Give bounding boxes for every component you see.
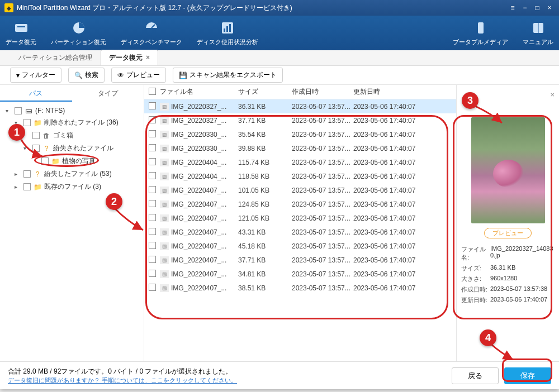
- file-modified: 2023-05-06 17:40:07: [353, 284, 432, 292]
- save-button[interactable]: 保存: [504, 367, 551, 384]
- tree-recycle-bin[interactable]: 🗑ゴミ箱: [6, 129, 141, 142]
- col-size[interactable]: サイズ: [238, 87, 292, 97]
- image-file-icon: ▧: [160, 173, 169, 180]
- manual-icon: [530, 20, 546, 36]
- chevron-down-icon[interactable]: ▾: [23, 145, 30, 151]
- tree-plant-photos[interactable]: 📁植物の写真: [6, 155, 141, 168]
- ribbon-manual[interactable]: マニュアル: [523, 20, 553, 46]
- image-file-icon: ▧: [160, 187, 169, 194]
- file-created: 2023-05-07 13:57...: [292, 145, 353, 152]
- file-name: IMG_20220327_...: [171, 117, 226, 125]
- folder-question-icon: ?: [33, 170, 42, 178]
- col-filename[interactable]: ファイル名: [160, 87, 238, 97]
- maximize-button[interactable]: □: [531, 3, 543, 13]
- row-checkbox[interactable]: [149, 242, 156, 249]
- row-checkbox[interactable]: [149, 102, 156, 109]
- back-button[interactable]: 戻る: [452, 367, 499, 384]
- image-file-icon: ▧: [160, 131, 169, 138]
- chevron-right-icon[interactable]: ▸: [15, 171, 21, 177]
- tree-root[interactable]: ▾🖴(F: NTFS): [6, 105, 141, 116]
- table-row[interactable]: ▧IMG_20220407_...124.85 KB2023-05-07 13:…: [144, 197, 456, 211]
- file-name: IMG_20220404_...: [171, 173, 226, 180]
- preview-button[interactable]: 👁プレビュー: [111, 68, 166, 83]
- file-name: IMG_20220327_...: [171, 103, 226, 111]
- search-button[interactable]: 🔍検索: [68, 68, 105, 83]
- close-icon[interactable]: ×: [146, 54, 150, 61]
- ribbon-partition-recovery[interactable]: パーティション復元: [51, 20, 106, 46]
- checkbox[interactable]: [15, 107, 22, 114]
- row-checkbox[interactable]: [149, 200, 156, 207]
- tab-partition-management[interactable]: パーティション総合管理: [10, 50, 101, 65]
- file-modified: 2023-05-06 17:40:07: [353, 159, 432, 166]
- row-checkbox[interactable]: [149, 214, 156, 221]
- row-checkbox[interactable]: [149, 270, 156, 277]
- file-created: 2023-05-07 13:57...: [292, 284, 353, 292]
- filter-button[interactable]: ▾フィルター: [10, 68, 61, 83]
- table-row[interactable]: ▧IMG_20220404_...115.74 KB2023-05-07 13:…: [144, 155, 456, 169]
- table-row[interactable]: ▧IMG_20220407_...43.31 KB2023-05-07 13:5…: [144, 225, 456, 239]
- row-checkbox[interactable]: [149, 172, 156, 179]
- checkbox[interactable]: [23, 170, 31, 178]
- tree-deleted-files[interactable]: ▾📁削除されたファイル (36): [6, 116, 141, 129]
- chevron-down-icon[interactable]: ▾: [6, 108, 12, 114]
- row-checkbox[interactable]: [149, 158, 156, 165]
- row-checkbox[interactable]: [149, 228, 156, 235]
- help-link[interactable]: データ復旧に問題がありますか？ 手順については、ここをクリックしてください。: [8, 376, 446, 385]
- ribbon-disk-analysis[interactable]: ディスク使用状況分析: [197, 20, 258, 46]
- checkbox[interactable]: [32, 132, 40, 139]
- row-checkbox[interactable]: [149, 144, 156, 151]
- image-file-icon: ▧: [160, 270, 169, 278]
- close-button[interactable]: ×: [543, 3, 556, 13]
- row-checkbox[interactable]: [149, 130, 156, 137]
- row-checkbox[interactable]: [149, 116, 156, 123]
- tree-lost-files[interactable]: ▸?紛失したファイル (53): [6, 168, 141, 180]
- table-row[interactable]: ▧IMG_20220327_...36.31 KB2023-05-07 13:5…: [144, 99, 456, 113]
- eye-icon: 👁: [117, 71, 124, 79]
- table-row[interactable]: ▧IMG_20220407_...37.71 KB2023-05-07 13:5…: [144, 253, 456, 267]
- table-row[interactable]: ▧IMG_20220404_...118.58 KB2023-05-07 13:…: [144, 169, 456, 183]
- file-size: 115.74 KB: [238, 159, 292, 166]
- ribbon-benchmark[interactable]: ディスクベンチマーク: [121, 20, 182, 46]
- table-row[interactable]: ▧IMG_20220407_...101.05 KB2023-05-07 13:…: [144, 183, 456, 197]
- file-created: 2023-05-07 13:57...: [292, 200, 353, 208]
- tree-lost-files-sub[interactable]: ▾?紛失されたファイル: [6, 142, 141, 155]
- row-checkbox[interactable]: [149, 284, 156, 291]
- row-checkbox[interactable]: [149, 186, 156, 193]
- checkbox[interactable]: [23, 183, 31, 190]
- checkbox[interactable]: [23, 119, 31, 126]
- table-row[interactable]: ▧IMG_20220330_...39.88 KB2023-05-07 13:5…: [144, 141, 456, 155]
- table-row[interactable]: ▧IMG_20220407_...121.05 KB2023-05-07 13:…: [144, 211, 456, 225]
- row-checkbox[interactable]: [149, 256, 156, 263]
- col-created[interactable]: 作成日時: [292, 87, 353, 97]
- export-button[interactable]: 💾スキャン結果をエクスポート: [173, 68, 283, 83]
- table-row[interactable]: ▧IMG_20220327_...37.71 KB2023-05-07 13:5…: [144, 113, 456, 127]
- checkbox[interactable]: [32, 145, 40, 152]
- col-modified[interactable]: 更新日時: [353, 87, 432, 97]
- checkbox[interactable]: [41, 157, 49, 165]
- table-row[interactable]: ▧IMG_20220330_...35.54 KB2023-05-07 13:5…: [144, 127, 456, 141]
- minimize-button[interactable]: −: [519, 3, 531, 13]
- table-row[interactable]: ▧IMG_20220407_...38.51 KB2023-05-07 13:5…: [144, 281, 456, 295]
- chevron-right-icon[interactable]: ▸: [15, 184, 21, 190]
- left-tab-path[interactable]: パス: [0, 85, 72, 102]
- file-modified: 2023-05-06 17:40:07: [353, 242, 432, 250]
- table-row[interactable]: ▧IMG_20220407_...45.18 KB2023-05-07 13:5…: [144, 239, 456, 253]
- ribbon-data-recovery[interactable]: データ復元: [6, 20, 36, 46]
- status-text: 合計 29.0 MB / 92ファイルです。0 バイト / 0 ファイルが選択さ…: [8, 367, 446, 376]
- left-tab-type[interactable]: タイプ: [72, 85, 144, 102]
- ribbon-bootable-media[interactable]: ブータブルメディア: [453, 20, 508, 46]
- annotation-4: 4: [480, 329, 496, 346]
- tree-existing-files[interactable]: ▸📁既存のファイル (3): [6, 180, 141, 193]
- table-row[interactable]: ▧IMG_20220407_...34.81 KB2023-05-07 13:5…: [144, 267, 456, 281]
- file-created: 2023-05-07 13:57...: [292, 173, 353, 180]
- preview-open-button[interactable]: プレビュー: [484, 228, 532, 238]
- file-created: 2023-05-07 13:57...: [292, 214, 353, 222]
- ribbon: データ復元 パーティション復元 ディスクベンチマーク ディスク使用状況分析 ブー…: [0, 16, 559, 50]
- select-all-checkbox[interactable]: [149, 88, 156, 95]
- close-preview-icon[interactable]: ×: [550, 90, 555, 99]
- menu-icon[interactable]: ≡: [506, 3, 519, 13]
- main-tabs: パーティション総合管理 データ復元×: [0, 50, 559, 66]
- tab-data-recovery[interactable]: データ復元×: [101, 50, 158, 65]
- image-file-icon: ▧: [160, 117, 169, 125]
- folder-icon: 📁: [51, 157, 60, 165]
